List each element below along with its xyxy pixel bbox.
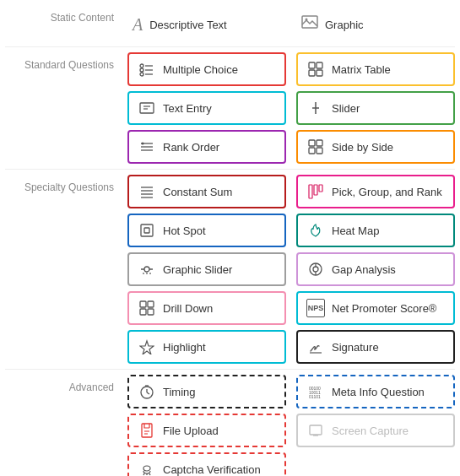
hot-spot-label: Hot Spot	[163, 224, 206, 237]
svg-rect-21	[309, 140, 315, 146]
multiple-choice-btn[interactable]: Multiple Choice	[127, 52, 286, 86]
gap-analysis-icon	[306, 260, 325, 279]
screen-capture-btn: Screen Capture	[296, 414, 455, 447]
svg-rect-36	[140, 301, 146, 307]
screen-capture-icon	[306, 421, 325, 440]
svg-rect-17	[309, 70, 315, 76]
static-content-right: Graphic	[291, 0, 460, 46]
standard-questions-left: Multiple Choice Text Entry Rank Order	[122, 47, 291, 169]
signature-icon	[306, 338, 325, 356]
captcha-verification-icon	[138, 460, 156, 476]
constant-sum-btn[interactable]: Constant Sum	[127, 175, 286, 208]
constant-sum-label: Constant Sum	[163, 186, 232, 198]
svg-line-60	[149, 473, 150, 475]
gap-analysis-label: Gap Analysis	[332, 263, 396, 276]
matrix-table-icon	[306, 60, 325, 78]
highlight-label: Highlight	[163, 341, 206, 354]
svg-rect-37	[148, 301, 154, 307]
drill-down-btn[interactable]: Drill Down	[127, 291, 286, 325]
net-promoter-score-icon: NPS	[306, 299, 325, 317]
svg-rect-15	[309, 62, 315, 68]
hot-spot-icon	[138, 221, 156, 240]
svg-rect-18	[317, 70, 322, 76]
svg-rect-8	[140, 103, 154, 113]
graphic-icon	[301, 15, 318, 34]
svg-text:01101: 01101	[309, 394, 321, 399]
svg-line-51	[147, 392, 149, 394]
specialty-questions-label: Specialty Questions	[0, 170, 122, 193]
drill-down-label: Drill Down	[163, 302, 213, 315]
svg-rect-29	[141, 224, 153, 236]
pick-group-rank-btn[interactable]: Pick, Group, and Rank	[296, 175, 455, 208]
multiple-choice-label: Multiple Choice	[163, 63, 238, 76]
graphic-slider-icon	[138, 260, 156, 279]
meta-info-question-btn[interactable]: 001001001101101 Meta Info Question	[296, 375, 455, 408]
pick-group-rank-icon	[306, 182, 325, 201]
captcha-verification-btn[interactable]: Captcha Verification	[127, 452, 286, 476]
highlight-icon	[138, 338, 156, 356]
descriptive-text-label: Descriptive Text	[149, 19, 227, 31]
net-promoter-score-btn[interactable]: NPS Net Promoter Score®	[296, 291, 455, 325]
rank-order-icon	[138, 138, 156, 156]
advanced-right: 001001001101101 Meta Info Question Scree…	[291, 370, 460, 452]
rank-order-label: Rank Order	[163, 141, 219, 154]
heat-map-btn[interactable]: Heat Map	[296, 214, 455, 247]
svg-rect-22	[317, 140, 322, 146]
highlight-btn[interactable]: Highlight	[127, 330, 286, 364]
side-by-side-btn[interactable]: Side by Side	[296, 130, 455, 164]
gap-analysis-btn[interactable]: Gap Analysis	[296, 252, 455, 286]
file-upload-label: File Upload	[163, 425, 219, 437]
svg-rect-41	[309, 185, 312, 198]
svg-rect-23	[309, 148, 315, 154]
specialty-questions-left: Constant Sum Hot Spot Graphic Slider Dri…	[122, 170, 291, 369]
constant-sum-icon	[138, 182, 156, 201]
svg-point-14	[142, 143, 144, 145]
static-content-left: A Descriptive Text	[122, 0, 291, 46]
graphic-label: Graphic	[325, 19, 364, 31]
matrix-table-btn[interactable]: Matrix Table	[296, 52, 455, 86]
svg-rect-30	[144, 228, 149, 233]
svg-point-4	[140, 68, 143, 72]
text-entry-label: Text Entry	[163, 102, 212, 115]
slider-btn[interactable]: Slider	[296, 91, 455, 125]
advanced-section: Advanced Timing File Upload Captcha Veri…	[0, 370, 460, 476]
standard-questions-label: Standard Questions	[0, 47, 122, 71]
heat-map-icon	[306, 221, 325, 240]
drill-down-icon	[138, 299, 156, 317]
hot-spot-btn[interactable]: Hot Spot	[127, 214, 286, 247]
text-entry-btn[interactable]: Text Entry	[127, 91, 286, 125]
svg-rect-42	[314, 185, 317, 195]
file-upload-icon	[138, 421, 156, 440]
file-upload-btn[interactable]: File Upload	[127, 414, 286, 447]
signature-btn[interactable]: Signature	[296, 330, 455, 364]
heat-map-label: Heat Map	[332, 224, 379, 237]
meta-info-question-label: Meta Info Question	[332, 386, 425, 398]
descriptive-text-icon: A	[133, 15, 143, 35]
timing-icon	[138, 382, 156, 401]
side-by-side-label: Side by Side	[332, 141, 393, 154]
advanced-label: Advanced	[0, 370, 122, 393]
static-content-label: Static Content	[0, 0, 122, 24]
static-content-section: Static Content A Descriptive Text Graphi…	[0, 0, 460, 46]
graphic-item[interactable]: Graphic	[296, 5, 455, 41]
rank-order-btn[interactable]: Rank Order	[127, 130, 286, 164]
multiple-choice-icon	[138, 60, 156, 78]
svg-rect-24	[317, 148, 322, 154]
matrix-table-label: Matrix Table	[332, 63, 391, 76]
svg-point-32	[144, 267, 149, 272]
graphic-slider-label: Graphic Slider	[163, 263, 232, 276]
text-entry-icon	[138, 99, 156, 117]
svg-point-2	[140, 64, 143, 68]
standard-questions-right: Matrix Table Slider Side by Side	[291, 47, 460, 169]
graphic-slider-btn[interactable]: Graphic Slider	[127, 252, 286, 286]
svg-point-45	[313, 267, 318, 272]
slider-icon	[306, 99, 325, 117]
svg-point-57	[143, 466, 150, 471]
svg-rect-16	[317, 62, 322, 68]
timing-label: Timing	[163, 386, 196, 398]
descriptive-text-item[interactable]: A Descriptive Text	[127, 5, 286, 41]
svg-rect-39	[148, 309, 154, 315]
svg-line-59	[143, 473, 144, 475]
timing-btn[interactable]: Timing	[127, 375, 286, 408]
svg-rect-38	[140, 309, 146, 315]
